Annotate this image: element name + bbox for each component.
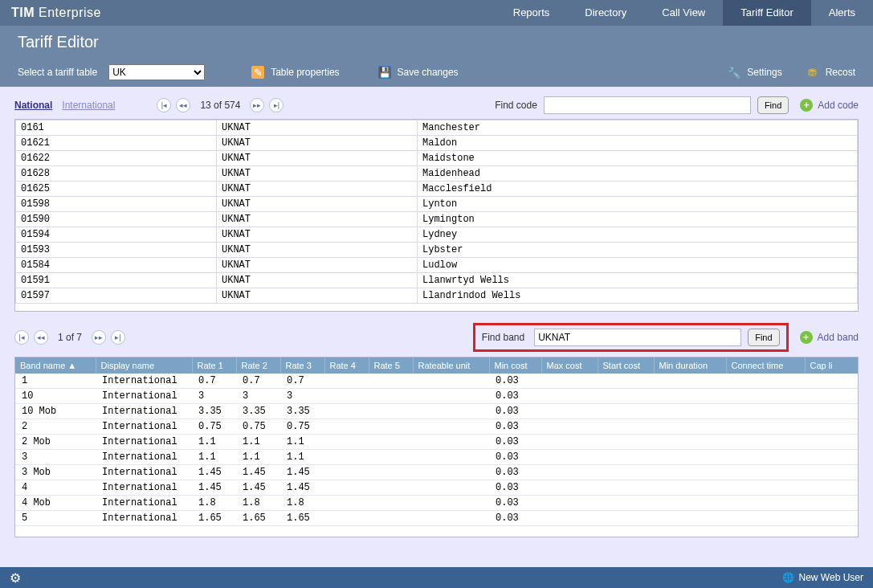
table-row[interactable]: 01591UKNATLlanwrtyd Wells [16,273,858,288]
bands-pager: |◂ ◂◂ 1 of 7 ▸▸ ▸| [14,330,125,345]
table-properties-button[interactable]: ✎ Table properties [251,66,339,79]
table-row[interactable]: 01584UKNATLudlow [16,258,858,273]
table-row[interactable]: 3 MobInternational1.451.451.450.03 [15,465,859,480]
table-row[interactable]: 01597UKNATLlandrindod Wells [16,288,858,304]
add-code-button[interactable]: + Add code [800,99,859,112]
table-row[interactable]: 10International3330.03 [15,389,859,404]
bands-pager-last-icon[interactable]: ▸| [111,330,125,345]
top-nav: TIM Enterprise Reports Directory Call Vi… [0,0,873,26]
brand: TIM Enterprise [0,6,101,20]
pager-prev-icon[interactable]: ◂◂ [176,98,190,112]
nav-tariff-editor[interactable]: Tariff Editor [723,0,811,26]
brand-bold: TIM [11,6,35,19]
col-min-cost[interactable]: Min cost [489,357,541,374]
tariff-select[interactable]: UK [108,64,205,80]
table-row[interactable]: 2 MobInternational1.11.11.10.03 [15,435,859,450]
bands-pager-first-icon[interactable]: |◂ [14,330,29,345]
save-icon: 💾 [378,66,391,79]
table-row[interactable]: 01625UKNATMacclesfield [16,182,858,197]
col-max-cost[interactable]: Max cost [541,357,598,374]
recost-label: Recost [826,67,855,78]
pager-count: 13 of 574 [200,100,240,111]
plus-icon: + [800,99,813,112]
bands-pager-prev-icon[interactable]: ◂◂ [34,330,48,345]
table-row[interactable]: 01590UKNATLymington [16,212,858,227]
bands-grid[interactable]: Band name ▲ Display name Rate 1 Rate 2 R… [14,357,859,537]
bands-pager-next-icon[interactable]: ▸▸ [92,330,106,345]
recost-button[interactable]: ⛃ Recost [806,66,855,79]
plus-icon: + [800,331,813,344]
tab-national[interactable]: National [14,100,52,111]
table-row[interactable]: 4International1.451.451.450.03 [15,480,859,496]
find-band-input[interactable] [534,329,741,346]
table-row[interactable]: 0161UKNATManchester [16,120,858,136]
col-connect-time[interactable]: Connect time [726,357,805,374]
col-band-name[interactable]: Band name ▲ [15,357,96,374]
table-row[interactable]: 2International0.750.750.750.03 [15,419,859,435]
coins-icon: ⛃ [806,66,819,79]
add-band-label: Add band [818,332,859,343]
nav-directory[interactable]: Directory [567,0,644,26]
settings-button[interactable]: 🔧 Settings [728,66,781,79]
table-properties-label: Table properties [271,67,339,78]
table-row[interactable]: 01598UKNATLynton [16,197,858,212]
col-rate2[interactable]: Rate 2 [236,357,280,374]
tab-international[interactable]: International [62,100,115,111]
find-code-label: Find code [495,100,537,111]
find-band-button[interactable]: Find [748,329,779,346]
table-row[interactable]: 10 MobInternational3.353.353.350.03 [15,404,859,419]
codes-pager: |◂ ◂◂ 13 of 574 ▸▸ ▸| [157,98,284,112]
save-changes-label: Save changes [398,67,459,78]
col-rate3[interactable]: Rate 3 [280,357,324,374]
footer-user[interactable]: New Web User [799,572,863,583]
brand-light: Enterprise [39,6,101,19]
table-row[interactable]: 4 MobInternational1.81.81.80.03 [15,496,859,511]
table-row[interactable]: 3International1.11.11.10.03 [15,450,859,465]
nav-reports[interactable]: Reports [496,0,568,26]
table-row[interactable]: 5International1.651.651.650.03 [15,511,859,526]
table-row[interactable]: 01622UKNATMaidstone [16,151,858,166]
table-row[interactable]: 01628UKNATMaidenhead [16,166,858,182]
table-row[interactable]: 01594UKNATLydney [16,227,858,243]
page-title: Tariff Editor [0,26,873,58]
pager-last-icon[interactable]: ▸| [269,98,284,112]
col-display-name[interactable]: Display name [96,357,192,374]
footer: ⚙ 🌐 New Web User [0,567,873,588]
find-band-highlight: Find band Find [473,323,789,352]
col-rate1[interactable]: Rate 1 [192,357,236,374]
col-rateable-unit[interactable]: Rateable unit [413,357,489,374]
col-rate5[interactable]: Rate 5 [369,357,413,374]
pager-next-icon[interactable]: ▸▸ [250,98,264,112]
col-min-duration[interactable]: Min duration [654,357,726,374]
nav-callview[interactable]: Call View [644,0,723,26]
table-row[interactable]: 01593UKNATLybster [16,243,858,258]
settings-label: Settings [747,67,781,78]
find-code-button[interactable]: Find [757,96,789,114]
find-band-label: Find band [482,332,524,343]
codes-grid[interactable]: 0161UKNATManchester01621UKNATMaldon01622… [14,119,859,312]
toolbar: Select a tariff table UK ✎ Table propert… [0,58,873,87]
select-tariff-label: Select a tariff table [18,67,97,78]
pencil-icon: ✎ [251,66,264,79]
col-rate4[interactable]: Rate 4 [324,357,369,374]
save-changes-button[interactable]: 💾 Save changes [378,66,459,79]
globe-icon: 🌐 [782,572,794,583]
wrench-icon: 🔧 [728,66,740,79]
gear-icon[interactable]: ⚙ [10,570,21,586]
col-cap[interactable]: Cap li [805,357,859,374]
add-code-label: Add code [818,100,859,111]
bands-pager-count: 1 of 7 [58,332,82,343]
pager-first-icon[interactable]: |◂ [157,98,171,112]
find-code-input[interactable] [544,96,751,114]
table-row[interactable]: 1International0.70.70.70.03 [15,374,859,389]
add-band-button[interactable]: + Add band [800,331,859,344]
nav-alerts[interactable]: Alerts [811,0,873,26]
col-start-cost[interactable]: Start cost [598,357,654,374]
table-row[interactable]: 01621UKNATMaldon [16,136,858,151]
